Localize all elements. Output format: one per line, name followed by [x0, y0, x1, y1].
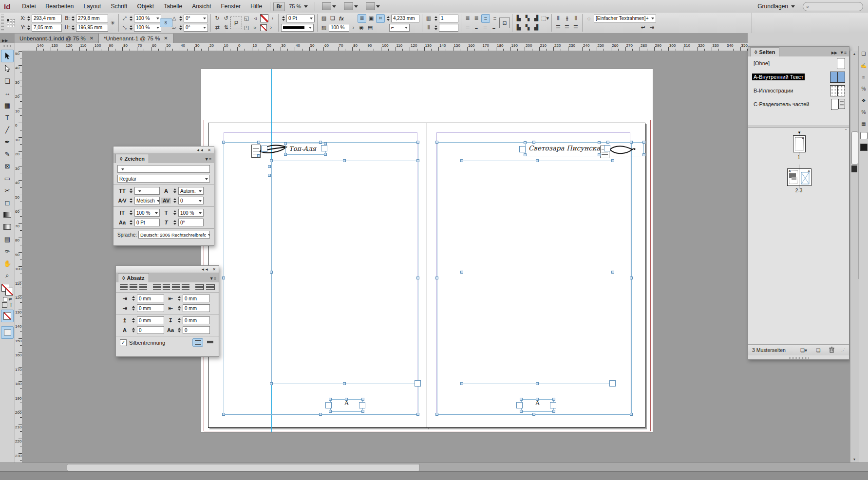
page-tool[interactable]: ❏ [1, 75, 13, 87]
selection-handle[interactable] [598, 141, 601, 144]
master-page-row[interactable]: С-Разделитель частей [748, 97, 849, 111]
select-content-button[interactable]: ◰ [243, 24, 250, 32]
flip-horizontal-button[interactable]: ⇄ [213, 24, 221, 32]
text-frame-left-body[interactable] [271, 161, 418, 384]
align-v-centers-button[interactable]: ▚ [524, 24, 531, 32]
height-field[interactable]: 196,95 mm [76, 24, 108, 32]
close-icon[interactable]: ✕ [208, 148, 211, 152]
selection-handle[interactable] [257, 141, 260, 144]
menu-item-schrift[interactable]: Schrift [106, 3, 132, 10]
gutter-field[interactable] [439, 24, 458, 32]
vertical-scale-stepper[interactable] [129, 209, 133, 217]
selection-handle[interactable] [343, 382, 346, 385]
page-number-frame-right[interactable]: A [521, 399, 554, 412]
preview-mode-button[interactable] [1, 326, 14, 339]
free-transform-tool[interactable]: ◻ [1, 197, 13, 208]
selection-handle[interactable] [268, 174, 271, 177]
columns-field[interactable]: 1 [439, 15, 458, 22]
distribute-left-button[interactable]: ⫴ [554, 15, 562, 22]
brush-panel-icon[interactable]: ✍ [860, 62, 868, 69]
selection-handle[interactable] [611, 271, 614, 274]
gutter-stepper[interactable] [434, 24, 438, 32]
menu-item-fenster[interactable]: Fenster [216, 3, 246, 10]
hyphenation-toggle[interactable]: ✓ Silbentrennung [120, 339, 165, 346]
zoom-tool[interactable]: ⌕ [1, 270, 13, 281]
selection-handle[interactable] [532, 141, 535, 144]
width-stepper[interactable] [71, 15, 75, 22]
document-tab-1[interactable]: Unbenannt-1.indd @ 75 %✕ [15, 34, 99, 43]
baseline-shift-stepper[interactable] [129, 219, 133, 226]
justify-last-center-button[interactable] [163, 284, 170, 290]
delete-page-button[interactable] [829, 347, 834, 354]
transparency-icon[interactable]: ▨ [320, 15, 328, 22]
wrap-object-shape-button[interactable]: ◉ [358, 24, 365, 32]
scale-x-field[interactable]: 100 % [134, 15, 161, 22]
pages-panel-icon[interactable]: ❏ [860, 50, 868, 57]
selection-handle[interactable] [536, 398, 539, 401]
selection-handle[interactable] [460, 382, 463, 385]
direct-selection-tool[interactable] [1, 63, 13, 74]
shear-field[interactable]: 0° [184, 24, 208, 32]
rectangle-tool[interactable]: ▭ [1, 172, 13, 184]
selection-handle[interactable] [520, 410, 523, 413]
scale-y-stepper[interactable] [129, 24, 133, 32]
space-before-field[interactable]: 0 mm [137, 316, 164, 324]
panel-grip[interactable] [1, 15, 4, 31]
page-2-thumbnail[interactable]: A [787, 168, 800, 186]
master-page-row[interactable]: В-Иллюстрации [748, 84, 849, 97]
left-indent-field[interactable]: 0 mm [137, 295, 164, 302]
horizontal-ruler[interactable]: 1401301201101009080706050403020100102030… [22, 43, 749, 51]
wrap-bounding-box-button[interactable]: ▣ [367, 15, 375, 22]
apply-color-button[interactable] [1, 310, 14, 322]
pen-tool[interactable]: ✒ [1, 136, 13, 148]
new-page-button[interactable]: ❏ [814, 347, 822, 354]
text-port-handle[interactable] [261, 146, 267, 152]
vertical-justify-top-button[interactable]: ≣ [464, 15, 472, 22]
selection-handle[interactable] [329, 410, 332, 413]
default-swatches-icon[interactable] [3, 297, 7, 301]
select-container-content-icon[interactable]: P [230, 17, 242, 29]
space-after-stepper[interactable] [177, 316, 181, 324]
close-icon[interactable]: ✕ [164, 36, 168, 41]
tab-absatz[interactable]: ◊Absatz [118, 273, 149, 282]
stroke-weight-field[interactable]: 0 Pt [286, 15, 315, 22]
workspace-switcher[interactable]: Grundlagen [757, 3, 795, 10]
gradient-tool[interactable] [1, 209, 13, 221]
fill-proxy-swatch[interactable] [5, 288, 13, 295]
selection-handle[interactable] [642, 153, 645, 156]
stroke-type-select[interactable] [281, 24, 314, 32]
selection-handle[interactable] [222, 277, 225, 279]
width-field[interactable]: 279,8 mm [76, 15, 108, 22]
swatches-panel-icon[interactable]: ▦ [860, 120, 868, 128]
align-toward-spine-button[interactable] [195, 284, 204, 290]
tab-zeichen[interactable]: ◊Zeichen [115, 154, 149, 163]
first-line-indent-stepper[interactable] [131, 304, 135, 312]
height-stepper[interactable] [71, 24, 75, 32]
selection-handle[interactable] [319, 413, 322, 416]
scroll-up-icon[interactable]: ⌃ [844, 129, 848, 133]
align-right-button[interactable] [139, 284, 147, 290]
drop-cap-chars-field[interactable]: 0 [183, 326, 210, 334]
drop-cap-lines-field[interactable]: 0 [137, 326, 164, 334]
opacity-flyout-arrow[interactable]: › [350, 24, 357, 32]
selection-handle[interactable] [435, 277, 438, 279]
distribute-bottom-button[interactable]: ☰ [572, 24, 580, 32]
swap-fill-stroke-icon[interactable]: ⇄ [9, 297, 12, 301]
object-style-select[interactable]: [Einfacher Textrahmen]+ [594, 15, 656, 22]
paragraph-composer-button[interactable] [205, 338, 215, 346]
baseline-grid-button[interactable]: ≣ [481, 24, 489, 32]
master-page-row[interactable]: А-Внутренний Текст [748, 70, 849, 84]
selection-handle[interactable] [611, 159, 614, 162]
selection-handle[interactable] [536, 159, 539, 162]
selection-handle[interactable] [270, 382, 273, 385]
content-collector-tool[interactable]: ▦ [1, 99, 13, 111]
last-line-right-indent-stepper[interactable] [177, 304, 181, 312]
selection-handle[interactable] [416, 141, 419, 144]
master-page-thumbnail[interactable] [831, 99, 845, 110]
hyphenation-checkbox[interactable]: ✓ [120, 339, 127, 346]
scissors-tool[interactable]: ✂ [1, 185, 13, 196]
tint-badge[interactable]: % [860, 85, 868, 92]
panel-menu-icon[interactable]: ▼≡ [840, 50, 847, 55]
rotate-cw-button[interactable]: ↻ [213, 15, 221, 22]
text-frame-right-body[interactable] [462, 161, 613, 384]
